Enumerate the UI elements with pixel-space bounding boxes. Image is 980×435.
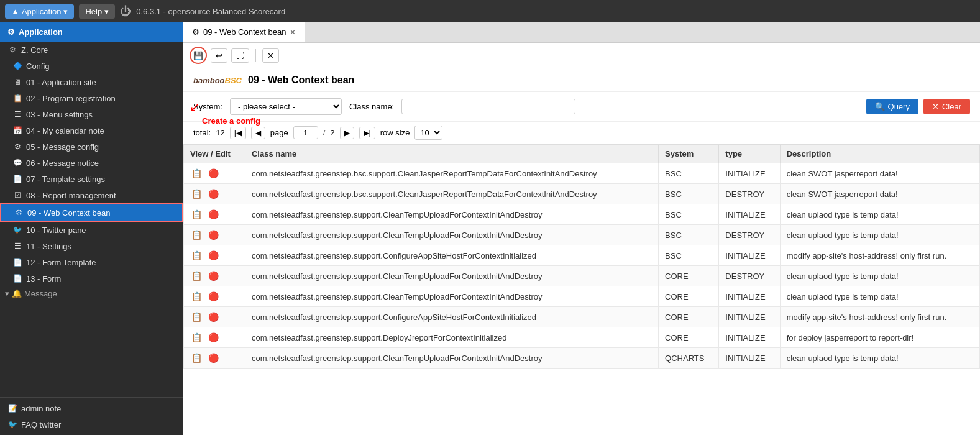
save-icon: 💾: [193, 51, 203, 60]
cell-actions: 📋 🔴: [184, 286, 245, 307]
sidebar-item-config[interactable]: 🔷 Config: [0, 58, 183, 74]
sidebar-item-zcore[interactable]: ⚙ Z. Core: [0, 42, 183, 58]
sidebar-item-06[interactable]: 💬 06 - Message notice: [0, 155, 183, 171]
delete-button[interactable]: 🔴: [208, 290, 220, 303]
power-icon[interactable]: ⏻: [120, 5, 131, 18]
view-button[interactable]: 📋: [190, 249, 203, 262]
view-button[interactable]: 📋: [190, 290, 203, 303]
cell-description: clean uplaod type is temp data!: [780, 266, 979, 286]
faq-twitter-icon: 🐦: [7, 419, 17, 429]
sidebar-item-faq-twitter[interactable]: 🐦 FAQ twitter: [0, 416, 183, 433]
delete-button[interactable]: 🔴: [208, 208, 220, 221]
sidebar-item-admin-note[interactable]: 📝 admin note: [0, 400, 183, 416]
system-select[interactable]: - please select - BSC CORE QCHARTS: [230, 98, 342, 115]
registration-icon: 📋: [12, 93, 22, 103]
table-row: 📋 🔴 com.netsteadfast.greenstep.support.D…: [184, 327, 980, 348]
sidebar-item-04[interactable]: 📅 04 - My calendar note: [0, 122, 183, 139]
application-button[interactable]: ▲ Application ▾: [5, 4, 74, 19]
delete-button[interactable]: 🔴: [208, 229, 220, 241]
tab-close-button[interactable]: ✕: [290, 28, 296, 37]
sidebar-item-13[interactable]: 📄 13 - Form: [0, 270, 183, 286]
cell-description: modify app-site's host-address! only fir…: [780, 245, 979, 266]
first-page-button[interactable]: |◀: [230, 127, 246, 139]
delete-button[interactable]: 🔴: [208, 311, 220, 323]
app-dropdown-icon: ▾: [63, 7, 68, 16]
webcontext-icon: ⚙: [14, 208, 24, 218]
view-button[interactable]: 📋: [190, 352, 203, 364]
cell-class-name: com.netsteadfast.greenstep.bsc.support.C…: [245, 163, 658, 184]
content-area: ⚙ 09 - Web Context bean ✕ 💾 ↩ ⛶ ✕: [183, 22, 980, 435]
help-button[interactable]: Help ▾: [79, 4, 115, 19]
row-size-label: row size: [380, 128, 410, 137]
sidebar-group-message[interactable]: ▾ 🔔 Message: [0, 286, 183, 301]
sidebar-item-02[interactable]: 📋 02 - Program registration: [0, 90, 183, 106]
cell-actions: 📋 🔴: [184, 184, 245, 204]
sidebar-item-12[interactable]: 📄 12 - Form Template: [0, 254, 183, 270]
undo-button[interactable]: ↩: [211, 48, 227, 63]
clear-icon: ✕: [932, 102, 939, 111]
cell-type: INITIALIZE: [719, 204, 780, 225]
last-page-button[interactable]: ▶|: [359, 127, 375, 139]
cell-description: clean uplaod type is temp data!: [780, 225, 979, 245]
tab-web-context-bean[interactable]: ⚙ 09 - Web Context bean ✕: [183, 22, 305, 42]
item-01-label: 01 - Application site: [26, 78, 96, 87]
sidebar-header-label: Application: [19, 27, 63, 37]
prev-page-button[interactable]: ◀: [251, 127, 265, 139]
delete-button[interactable]: 🔴: [208, 331, 220, 344]
delete-button[interactable]: 🔴: [208, 270, 220, 282]
item-05-label: 05 - Message config: [26, 142, 99, 152]
view-button[interactable]: 📋: [190, 311, 203, 323]
notice-icon: 💬: [12, 158, 22, 168]
item-08-label: 08 - Report management: [26, 191, 116, 200]
query-label: Query: [888, 102, 910, 111]
view-button[interactable]: 📋: [190, 229, 203, 241]
view-button[interactable]: 📋: [190, 188, 203, 200]
row-size-select[interactable]: 10 25 50: [414, 126, 442, 140]
sidebar-item-08[interactable]: ☑ 08 - Report management: [0, 187, 183, 203]
form-icon: 📄: [12, 273, 22, 283]
cube-icon: 🔷: [12, 61, 22, 71]
view-button[interactable]: 📋: [190, 208, 203, 221]
sidebar-item-07[interactable]: 📄 07 - Template settings: [0, 171, 183, 187]
delete-button[interactable]: 🔴: [208, 188, 220, 200]
sidebar-item-11[interactable]: ☰ 11 - Settings: [0, 238, 183, 254]
delete-button[interactable]: 🔴: [208, 167, 220, 180]
sidebar-item-03[interactable]: ☰ 03 - Menu settings: [0, 106, 183, 122]
tabs: ⚙ 09 - Web Context bean ✕: [183, 22, 980, 43]
admin-note-label: admin note: [21, 404, 61, 413]
close-button[interactable]: ✕: [262, 48, 279, 63]
next-page-button[interactable]: ▶: [340, 127, 354, 139]
sidebar-item-09[interactable]: ⚙ 09 - Web Context bean: [0, 203, 183, 222]
sidebar-scroll: ⚙ Z. Core 🔷 Config 🖥 01 - Application si…: [0, 42, 183, 397]
cell-type: INITIALIZE: [719, 348, 780, 369]
cell-actions: 📋 🔴: [184, 327, 245, 348]
clear-button[interactable]: ✕ Clear: [923, 99, 970, 114]
save-button[interactable]: 💾: [190, 47, 207, 64]
view-button[interactable]: 📋: [190, 167, 203, 180]
total-count: 12: [216, 128, 224, 137]
expand-icon: ⛶: [236, 51, 244, 60]
view-button[interactable]: 📋: [190, 270, 203, 282]
sidebar-item-10[interactable]: 🐦 10 - Twitter pane: [0, 222, 183, 238]
table-row: 📋 🔴 com.netsteadfast.greenstep.support.C…: [184, 286, 980, 307]
cell-actions: 📋 🔴: [184, 307, 245, 327]
cell-system: QCHARTS: [659, 348, 719, 369]
delete-button[interactable]: 🔴: [208, 352, 220, 364]
app-label: Application: [22, 7, 62, 16]
expand-button[interactable]: ⛶: [231, 48, 249, 63]
cell-actions: 📋 🔴: [184, 245, 245, 266]
sidebar-item-05[interactable]: ⚙ 05 - Message config: [0, 139, 183, 155]
query-button[interactable]: 🔍 Query: [866, 99, 918, 114]
table-container: View / Edit Class name System type Descr…: [183, 144, 980, 435]
cell-system: CORE: [659, 327, 719, 348]
item-07-label: 07 - Template settings: [26, 175, 105, 184]
col-view-edit: View / Edit: [184, 145, 245, 163]
delete-button[interactable]: 🔴: [208, 249, 220, 262]
sidebar-header-icon: ⚙: [7, 27, 15, 37]
page-input[interactable]: [293, 126, 318, 139]
table-row: 📋 🔴 com.netsteadfast.greenstep.support.C…: [184, 348, 980, 369]
class-name-input[interactable]: [401, 99, 575, 114]
sidebar-item-01[interactable]: 🖥 01 - Application site: [0, 74, 183, 90]
view-button[interactable]: 📋: [190, 331, 203, 344]
template-icon: 📄: [12, 174, 22, 184]
